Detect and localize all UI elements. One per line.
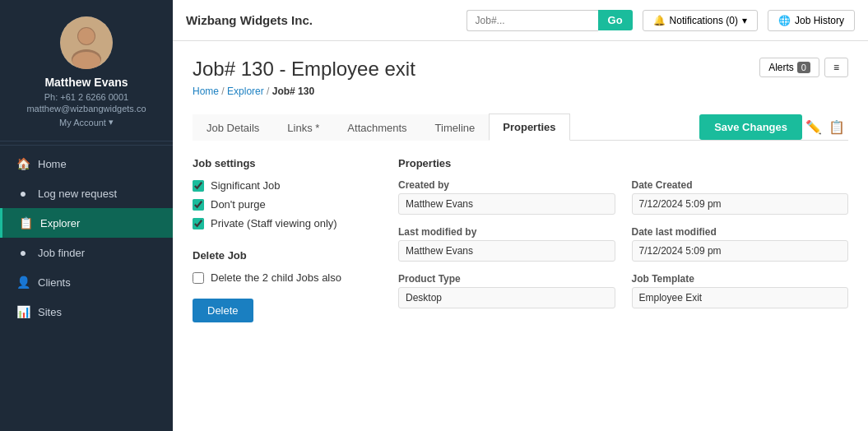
delete-child-jobs-label: Delete the 2 child Jobs also (211, 271, 341, 284)
copy-button[interactable]: 📋 (825, 116, 848, 138)
dont-purge-label: Don't purge (211, 198, 266, 211)
filter-icon: ≡ (833, 62, 839, 73)
edit-icon: ✏️ (805, 120, 822, 134)
chevron-down-icon: ▾ (742, 15, 747, 26)
breadcrumb-explorer[interactable]: Explorer (227, 86, 264, 97)
job-history-button[interactable]: 🌐 Job History (768, 10, 855, 31)
notifications-label: Notifications (0) (670, 15, 738, 26)
properties-section-title: Properties (398, 157, 848, 169)
breadcrumb-current: Job# 130 (272, 86, 314, 97)
delete-child-jobs-checkbox[interactable] (193, 272, 204, 284)
search-input[interactable] (466, 10, 598, 31)
last-modified-by-label: Last modified by (398, 226, 615, 238)
job-template-block: Job Template Employee Exit (632, 273, 849, 308)
product-type-block: Product Type Desktop (398, 273, 615, 308)
created-by-label: Created by (398, 179, 615, 191)
left-panel: Job settings Significant Job Don't purge… (193, 157, 382, 322)
private-checkbox[interactable] (193, 218, 204, 229)
svg-point-3 (78, 28, 95, 44)
tab-links[interactable]: Links * (273, 114, 333, 141)
date-created-value: 7/12/2024 5:09 pm (632, 193, 849, 215)
bell-icon: 🔔 (653, 15, 666, 26)
job-template-value: Employee Exit (632, 287, 849, 308)
significant-job-row[interactable]: Significant Job (193, 179, 382, 192)
avatar (60, 16, 113, 69)
private-row[interactable]: Private (Staff viewing only) (193, 217, 382, 229)
delete-section-title: Delete Job (193, 249, 382, 262)
main-content: Wizbang Widgets Inc. Go 🔔 Notifications … (173, 0, 868, 431)
sidebar: Matthew Evans Ph: +61 2 6266 0001 matthe… (0, 0, 173, 431)
log-icon: ● (16, 187, 30, 200)
search-container: Go (466, 10, 633, 31)
alerts-area: Alerts 0 ≡ (759, 58, 848, 77)
dont-purge-row[interactable]: Don't purge (193, 198, 382, 211)
sidebar-user-email: matthew@wizbangwidgets.co (26, 104, 146, 114)
date-created-block: Date Created 7/12/2024 5:09 pm (632, 179, 849, 215)
sites-icon: 📊 (16, 305, 30, 318)
job-finder-icon: ● (16, 246, 30, 259)
content-area: Job# 130 - Employee exit Alerts 0 ≡ Home… (173, 41, 868, 431)
explorer-icon: 📋 (19, 216, 32, 229)
created-by-block: Created by Matthew Evans (398, 179, 615, 215)
chevron-down-icon: ▾ (109, 117, 114, 127)
last-modified-by-block: Last modified by Matthew Evans (398, 226, 615, 262)
date-last-modified-label: Date last modified (632, 226, 849, 238)
page-title: Job# 130 - Employee exit (193, 58, 415, 81)
right-panel: Properties Created by Matthew Evans Date… (398, 157, 848, 322)
topbar: Wizbang Widgets Inc. Go 🔔 Notifications … (173, 0, 868, 41)
filter-button[interactable]: ≡ (824, 58, 848, 77)
date-created-label: Date Created (632, 179, 849, 191)
save-changes-button[interactable]: Save Changes (699, 114, 802, 140)
sidebar-item-sites[interactable]: 📊 Sites (0, 297, 173, 327)
search-go-button[interactable]: Go (598, 10, 633, 30)
company-name: Wizbang Widgets Inc. (186, 13, 457, 27)
delete-button[interactable]: Delete (193, 299, 253, 322)
product-type-label: Product Type (398, 273, 615, 285)
date-last-modified-value: 7/12/2024 5:09 pm (632, 240, 849, 262)
page-header: Job# 130 - Employee exit Alerts 0 ≡ (193, 58, 848, 81)
tab-timeline[interactable]: Timeline (421, 114, 490, 141)
significant-job-checkbox[interactable] (193, 180, 204, 192)
private-label: Private (Staff viewing only) (211, 217, 337, 229)
sidebar-item-explorer[interactable]: 📋 Explorer (0, 208, 173, 238)
job-template-label: Job Template (632, 273, 849, 285)
sidebar-user-name: Matthew Evans (44, 76, 128, 89)
tab-job-details[interactable]: Job Details (193, 114, 273, 141)
tabs-container: Job Details Links * Attachments Timeline… (193, 114, 848, 141)
significant-job-label: Significant Job (211, 179, 281, 192)
globe-icon: 🌐 (778, 15, 791, 26)
my-account-link[interactable]: My Account ▾ (59, 117, 114, 127)
copy-icon: 📋 (829, 120, 845, 134)
job-history-label: Job History (795, 15, 844, 26)
sidebar-profile: Matthew Evans Ph: +61 2 6266 0001 matthe… (0, 0, 173, 141)
last-modified-by-value: Matthew Evans (398, 240, 615, 262)
tab-properties[interactable]: Properties (489, 114, 569, 141)
delete-section: Delete Job Delete the 2 child Jobs also … (193, 249, 382, 322)
job-settings-title: Job settings (193, 157, 382, 169)
sidebar-user-phone: Ph: +61 2 6266 0001 (44, 92, 128, 102)
alerts-button[interactable]: Alerts 0 (759, 58, 819, 77)
delete-child-jobs-row[interactable]: Delete the 2 child Jobs also (193, 271, 382, 284)
sidebar-divider (0, 145, 173, 146)
breadcrumb: Home / Explorer / Job# 130 (193, 86, 848, 97)
clients-icon: 👤 (16, 276, 30, 289)
created-by-value: Matthew Evans (398, 193, 615, 215)
edit-button[interactable]: ✏️ (802, 116, 825, 138)
date-last-modified-block: Date last modified 7/12/2024 5:09 pm (632, 226, 849, 262)
notifications-button[interactable]: 🔔 Notifications (0) ▾ (643, 10, 758, 31)
alerts-label: Alerts (768, 62, 794, 73)
breadcrumb-home[interactable]: Home (193, 86, 219, 97)
tab-attachments[interactable]: Attachments (333, 114, 420, 141)
product-type-value: Desktop (398, 287, 615, 308)
sidebar-item-home[interactable]: 🏠 Home (0, 149, 173, 178)
home-icon: 🏠 (16, 157, 30, 170)
alerts-count-badge: 0 (797, 62, 810, 73)
sidebar-item-clients[interactable]: 👤 Clients (0, 267, 173, 297)
dont-purge-checkbox[interactable] (193, 199, 204, 211)
properties-grid: Created by Matthew Evans Date Created 7/… (398, 179, 848, 312)
sidebar-item-log-new-request[interactable]: ● Log new request (0, 178, 173, 208)
sidebar-item-job-finder[interactable]: ● Job finder (0, 238, 173, 267)
tab-content: Job settings Significant Job Don't purge… (193, 141, 848, 322)
svg-point-4 (72, 52, 100, 69)
